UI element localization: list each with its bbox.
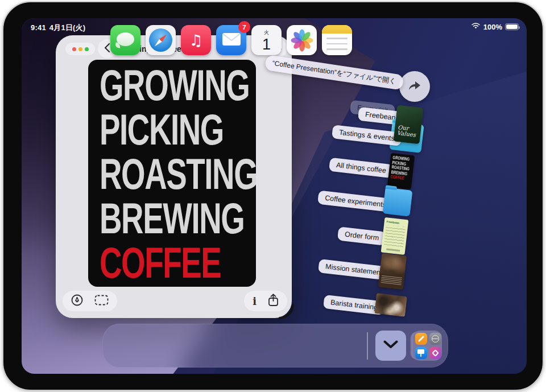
mission-photo xyxy=(379,253,407,277)
mail-app-icon[interactable]: 7 xyxy=(216,25,246,55)
safari-app-icon[interactable] xyxy=(146,25,176,55)
music-note-icon: ♫ xyxy=(189,31,202,49)
battery-percent: 100% xyxy=(483,23,502,31)
chevron-down-icon xyxy=(383,340,398,351)
notes-app-icon[interactable] xyxy=(322,25,352,55)
forward-share-button[interactable] xyxy=(399,71,430,102)
status-time-date: 9:414月1日(火) xyxy=(31,23,89,33)
info-icon[interactable]: i xyxy=(253,295,257,307)
chevron-left-icon xyxy=(104,43,110,55)
window-controls[interactable] xyxy=(65,43,95,55)
mail-badge: 7 xyxy=(238,21,250,33)
dock-divider xyxy=(367,332,368,360)
calendar-app-icon[interactable]: 火 1 xyxy=(251,25,282,55)
photos-flower-icon xyxy=(291,29,313,52)
order-form-footer xyxy=(386,249,400,252)
recent-apps-stack[interactable] xyxy=(413,331,442,361)
poster-line: ROASTING xyxy=(100,152,212,196)
shortcuts-mini-icon xyxy=(429,347,441,359)
file-thumbnail-barista-training[interactable] xyxy=(374,293,407,317)
compass-icon xyxy=(149,28,172,52)
messages-app-icon[interactable] xyxy=(110,25,140,55)
speech-bubble-icon xyxy=(117,32,134,46)
coffee-poster-preview: GROWING PICKING ROASTING BREWING COFFEE xyxy=(88,60,256,287)
keynote-mini-icon xyxy=(415,347,427,359)
file-thumbnail-coffee-poster[interactable]: GROWING PICKING ROASTING BREWING COFFEE xyxy=(387,153,415,189)
minimize-window-dot[interactable] xyxy=(78,47,82,51)
battery-icon xyxy=(505,23,519,30)
status-date: 4月1日(火) xyxy=(49,23,86,32)
file-thumbnail-mission-statement[interactable] xyxy=(378,253,407,290)
calendar-day: 1 xyxy=(251,36,282,52)
folder-icon-coffee-experiments[interactable] xyxy=(383,187,413,216)
notes-yellow-band xyxy=(322,25,352,34)
envelope-icon xyxy=(222,32,241,48)
window-resize-handle[interactable] xyxy=(278,303,294,321)
quick-look-window: All things coffee ••• GROWING PICKING RO… xyxy=(56,35,292,318)
annotation-toolbar xyxy=(63,291,117,311)
ipad-screen: 9:414月1日(火) 100% All things coffee xyxy=(22,18,527,374)
poster-line: BREWING xyxy=(100,196,212,241)
wifi-icon xyxy=(471,22,481,31)
markup-icon[interactable] xyxy=(71,294,83,308)
zoom-window-dot[interactable] xyxy=(85,47,89,51)
status-indicators: 100% xyxy=(471,22,519,31)
mini-poster-highlight: COFFEE xyxy=(390,175,407,181)
mission-text-lines xyxy=(378,273,404,290)
share-icon[interactable] xyxy=(268,294,279,309)
pages-mini-icon xyxy=(415,333,427,345)
music-app-icon[interactable]: ♫ xyxy=(181,25,211,55)
file-thumbnail-order-form[interactable]: Freebean xyxy=(381,217,409,255)
order-form-lines xyxy=(384,225,406,249)
dock-chevron-button[interactable] xyxy=(375,331,406,361)
forward-arrow-icon xyxy=(407,79,422,94)
poster-line: GROWING xyxy=(100,63,212,108)
photos-app-icon[interactable] xyxy=(287,25,317,55)
selection-icon[interactable] xyxy=(94,295,109,308)
file-thumbnail-our-values[interactable]: Our Values xyxy=(394,105,424,145)
close-window-dot[interactable] xyxy=(72,47,76,51)
status-time: 9:41 xyxy=(31,23,46,32)
poster-highlight-line: COFFEE xyxy=(100,241,212,285)
ipad-device-frame: 9:414月1日(火) 100% All things coffee xyxy=(2,1,544,391)
order-form-header: Freebean xyxy=(386,220,406,225)
globe-mini-icon xyxy=(429,333,441,345)
poster-line: PICKING xyxy=(100,108,212,152)
